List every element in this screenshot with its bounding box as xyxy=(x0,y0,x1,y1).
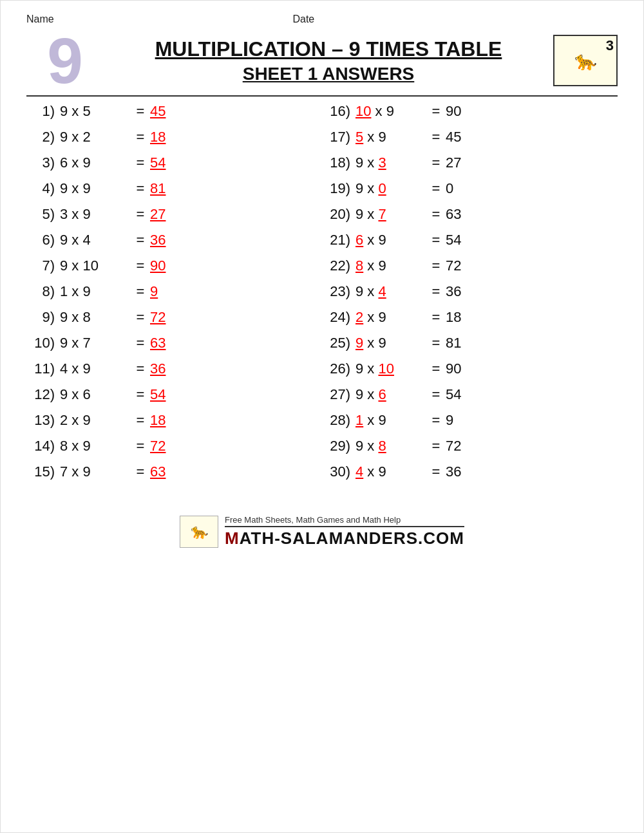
logo-number: 3 xyxy=(606,37,614,54)
right-problem-row: 28)1 x 9=9 xyxy=(322,412,618,429)
right-problem-row: 27)9 x 6=54 xyxy=(322,386,618,403)
prob-num: 6) xyxy=(26,232,60,248)
prob-expr: 6 x 9 xyxy=(60,154,131,171)
left-problem-row: 3)6 x 9=54 xyxy=(26,154,322,171)
problems-section: 1)9 x 5=452)9 x 2=183)6 x 9=544)9 x 9=81… xyxy=(26,103,618,489)
prob-expr: 9 x 4 xyxy=(355,283,426,300)
prob-expr: 9 x 6 xyxy=(60,386,131,403)
header-section: 9 MULTIPLICATION – 9 TIMES TABLE SHEET 1… xyxy=(26,28,618,93)
prob-expr: 2 x 9 xyxy=(60,412,131,429)
prob-ans: 36 xyxy=(150,360,182,377)
right-problem-row: 20)9 x 7=63 xyxy=(322,206,618,223)
left-problem-row: 11)4 x 9=36 xyxy=(26,360,322,377)
prob-eq: = xyxy=(131,129,150,145)
prob-ans: 18 xyxy=(446,309,478,326)
left-problem-row: 15)7 x 9=63 xyxy=(26,463,322,480)
prob-eq: = xyxy=(131,257,150,274)
prob-ans: 72 xyxy=(446,438,478,454)
page: Name Date 9 MULTIPLICATION – 9 TIMES TAB… xyxy=(0,0,644,833)
prob-ans: 90 xyxy=(446,360,478,377)
right-problem-row: 26)9 x 10=90 xyxy=(322,360,618,377)
prob-expr: 9 x 8 xyxy=(355,438,426,454)
prob-expr: 10 x 9 xyxy=(355,103,426,120)
prob-eq: = xyxy=(426,309,446,326)
prob-expr: 9 x 5 xyxy=(60,103,131,120)
footer-logo-icon: 🐆 xyxy=(180,516,218,548)
prob-expr: 7 x 9 xyxy=(60,463,131,480)
prob-ans: 54 xyxy=(446,232,478,248)
left-problem-row: 5)3 x 9=27 xyxy=(26,206,322,223)
main-title: MULTIPLICATION – 9 TIMES TABLE xyxy=(104,37,553,61)
prob-num: 22) xyxy=(322,257,355,274)
prob-ans: 36 xyxy=(446,463,478,480)
prob-expr: 9 x 10 xyxy=(355,360,426,377)
prob-expr: 9 x 9 xyxy=(60,180,131,197)
left-problem-row: 9)9 x 8=72 xyxy=(26,309,322,326)
prob-expr: 9 x 3 xyxy=(355,154,426,171)
prob-num: 20) xyxy=(322,206,355,223)
prob-expr: 9 x 7 xyxy=(355,206,426,223)
prob-ans: 81 xyxy=(446,335,478,351)
prob-eq: = xyxy=(426,103,446,120)
prob-ans: 54 xyxy=(446,386,478,403)
prob-eq: = xyxy=(426,232,446,248)
left-problem-row: 14)8 x 9=72 xyxy=(26,438,322,454)
prob-num: 28) xyxy=(322,412,355,429)
prob-eq: = xyxy=(426,335,446,351)
left-column: 1)9 x 5=452)9 x 2=183)6 x 9=544)9 x 9=81… xyxy=(26,103,322,489)
right-problem-row: 22)8 x 9=72 xyxy=(322,257,618,274)
prob-eq: = xyxy=(426,463,446,480)
prob-ans: 27 xyxy=(446,154,478,171)
prob-ans: 9 xyxy=(446,412,478,429)
prob-expr: 9 x 8 xyxy=(60,309,131,326)
prob-ans: 81 xyxy=(150,180,182,197)
prob-ans: 36 xyxy=(150,232,182,248)
prob-expr: 9 x 2 xyxy=(60,129,131,145)
prob-ans: 63 xyxy=(150,335,182,351)
prob-ans: 90 xyxy=(446,103,478,120)
big-nine: 9 xyxy=(26,28,104,93)
prob-num: 1) xyxy=(26,103,60,120)
title-divider xyxy=(26,95,618,97)
prob-expr: 4 x 9 xyxy=(60,360,131,377)
prob-eq: = xyxy=(131,335,150,351)
prob-expr: 9 x 4 xyxy=(60,232,131,248)
prob-ans: 45 xyxy=(446,129,478,145)
prob-eq: = xyxy=(131,206,150,223)
right-problem-row: 29)9 x 8=72 xyxy=(322,438,618,454)
prob-eq: = xyxy=(426,412,446,429)
prob-num: 4) xyxy=(26,180,60,197)
prob-ans: 9 xyxy=(150,283,182,300)
prob-num: 24) xyxy=(322,309,355,326)
prob-num: 21) xyxy=(322,232,355,248)
date-label: Date xyxy=(292,14,314,25)
prob-expr: 1 x 9 xyxy=(60,283,131,300)
prob-num: 12) xyxy=(26,386,60,403)
prob-ans: 45 xyxy=(150,103,182,120)
footer-text-block: Free Math Sheets, Math Games and Math He… xyxy=(225,515,464,548)
prob-ans: 18 xyxy=(150,412,182,429)
prob-eq: = xyxy=(426,438,446,454)
prob-expr: 1 x 9 xyxy=(355,412,426,429)
prob-expr: 9 x 7 xyxy=(60,335,131,351)
footer: 🐆 Free Math Sheets, Math Games and Math … xyxy=(26,515,618,548)
prob-ans: 63 xyxy=(150,463,182,480)
prob-expr: 6 x 9 xyxy=(355,232,426,248)
prob-ans: 90 xyxy=(150,257,182,274)
prob-num: 29) xyxy=(322,438,355,454)
prob-num: 17) xyxy=(322,129,355,145)
prob-num: 2) xyxy=(26,129,60,145)
right-problem-row: 23)9 x 4=36 xyxy=(322,283,618,300)
prob-eq: = xyxy=(426,154,446,171)
prob-num: 16) xyxy=(322,103,355,120)
prob-eq: = xyxy=(426,206,446,223)
prob-ans: 0 xyxy=(446,180,478,197)
prob-eq: = xyxy=(426,360,446,377)
prob-eq: = xyxy=(131,283,150,300)
prob-ans: 63 xyxy=(446,206,478,223)
prob-num: 23) xyxy=(322,283,355,300)
left-problem-row: 8)1 x 9=9 xyxy=(26,283,322,300)
prob-num: 14) xyxy=(26,438,60,454)
prob-eq: = xyxy=(131,360,150,377)
prob-ans: 54 xyxy=(150,154,182,171)
